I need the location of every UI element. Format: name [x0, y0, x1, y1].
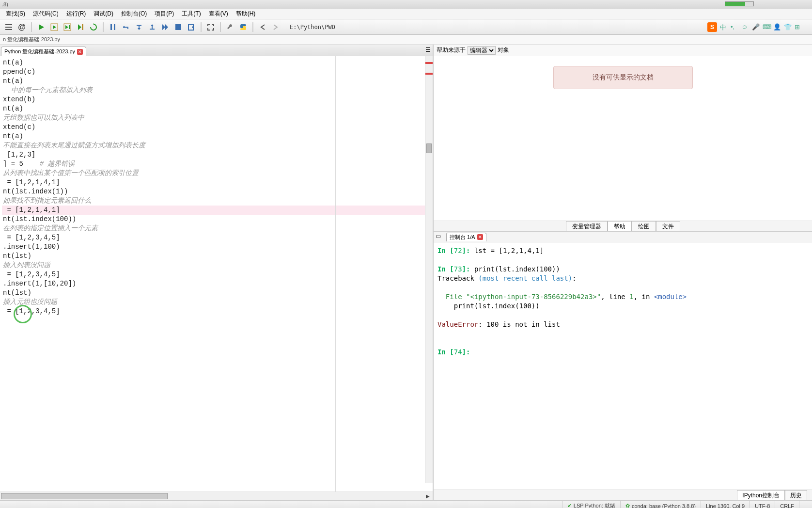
- menu-find[interactable]: 查找(S): [2, 9, 29, 19]
- menu-bar: 查找(S) 源代码(C) 运行(R) 调试(D) 控制台(O) 项目(P) 工具…: [0, 9, 812, 19]
- tab-ipython[interactable]: IPython控制台: [737, 490, 785, 500]
- run-selection-icon[interactable]: [75, 21, 86, 33]
- code-line[interactable]: .insert(1,100): [2, 242, 433, 252]
- maximize-icon[interactable]: [205, 21, 217, 33]
- tab-plots[interactable]: 绘图: [632, 221, 656, 231]
- code-line[interactable]: 如果找不到指定元素返回什么: [2, 196, 433, 206]
- code-line[interactable]: 不能直接在列表末尾通过赋值方式增加列表长度: [2, 141, 433, 150]
- debug-stop-icon[interactable]: [172, 21, 184, 33]
- status-eol: CRLF: [775, 501, 799, 508]
- scroll-right-icon[interactable]: ▶: [424, 493, 432, 499]
- debug-pause-icon[interactable]: [107, 21, 119, 33]
- tab-variables[interactable]: 变量管理器: [566, 221, 608, 231]
- rerun-icon[interactable]: [88, 21, 99, 33]
- run-cell-icon[interactable]: [48, 21, 60, 33]
- code-line[interactable]: = [1,2,3,4,5]: [2, 307, 433, 316]
- code-line[interactable]: [1,2,3]: [2, 150, 433, 159]
- code-line[interactable]: 元组数据也可以加入列表中: [2, 113, 433, 123]
- console-line: print(lst.index(100)): [437, 302, 808, 311]
- code-line[interactable]: = [1,2,1,4,1]: [2, 178, 433, 187]
- code-line[interactable]: nt(lst): [2, 288, 433, 298]
- forward-icon[interactable]: [270, 21, 281, 33]
- options-icon[interactable]: ☰: [425, 47, 431, 53]
- svg-rect-0: [5, 24, 12, 25]
- code-line[interactable]: xtend(c): [2, 123, 433, 132]
- ime-skin-icon[interactable]: 👕: [784, 23, 792, 31]
- tab-help[interactable]: 帮助: [608, 221, 632, 231]
- ime-user-icon[interactable]: 👤: [773, 23, 781, 31]
- svg-marker-16: [151, 24, 154, 26]
- debug-step-icon[interactable]: [120, 21, 132, 33]
- menu-project[interactable]: 项目(P): [151, 9, 178, 19]
- ipython-console[interactable]: In [72]: lst = [1,2,1,4,1] In [73]: prin…: [434, 242, 812, 490]
- run-icon[interactable]: [35, 21, 47, 33]
- code-line[interactable]: = [1,2,3,4,5]: [2, 233, 433, 242]
- ime-keyboard-icon[interactable]: ⌨: [763, 23, 770, 31]
- code-line[interactable]: 从列表中找出某个值第一个匹配项的索引位置: [2, 169, 433, 178]
- menu-debug[interactable]: 调试(D): [90, 9, 117, 19]
- separator: [252, 22, 253, 32]
- wrench-icon[interactable]: [224, 21, 236, 33]
- ime-lang-icon[interactable]: 中: [720, 23, 728, 31]
- menu-view[interactable]: 查看(V): [205, 9, 232, 19]
- ime-tool-icon[interactable]: ⊞: [795, 23, 802, 31]
- code-line[interactable]: nt(a): [2, 132, 433, 141]
- back-icon[interactable]: [257, 21, 268, 33]
- code-line[interactable]: nt(lst.index(100)): [2, 215, 433, 224]
- console-line: In [74]:: [437, 348, 808, 357]
- menu-console[interactable]: 控制台(O): [117, 9, 151, 19]
- vertical-scrollbar[interactable]: [425, 56, 433, 483]
- menu-tools[interactable]: 工具(T): [178, 9, 204, 19]
- code-line[interactable]: nt(a): [2, 77, 433, 86]
- code-line[interactable]: 在列表的指定位置插入一个元素: [2, 224, 433, 233]
- tab-files[interactable]: 文件: [656, 221, 680, 231]
- debug-step-out-icon[interactable]: [146, 21, 158, 33]
- code-line[interactable]: nt(lst): [2, 252, 433, 261]
- margin-line: [335, 56, 336, 492]
- collapse-icon[interactable]: ▭: [436, 233, 444, 241]
- status-encoding: UTF-8: [750, 501, 775, 508]
- svg-marker-15: [138, 28, 141, 30]
- console-tab[interactable]: 控制台 1/A ✕: [446, 233, 486, 241]
- ime-mic-icon[interactable]: 🎤: [752, 23, 760, 31]
- console-line: [437, 338, 808, 348]
- console-line: [437, 283, 808, 292]
- scroll-thumb[interactable]: [426, 143, 432, 153]
- code-line[interactable]: ] = 5 # 越界错误: [2, 159, 433, 169]
- menu-source[interactable]: 源代码(C): [29, 9, 62, 19]
- close-icon[interactable]: ✕: [77, 49, 83, 55]
- console-line: ValueError: 100 is not in list: [437, 320, 808, 329]
- help-source-dropdown[interactable]: 编辑器: [468, 46, 496, 55]
- ime-punct-icon[interactable]: •,: [731, 23, 738, 31]
- sogou-icon[interactable]: S: [707, 22, 717, 32]
- close-icon[interactable]: ✕: [477, 234, 483, 240]
- code-line[interactable]: .insert(1,[10,20]): [2, 279, 433, 288]
- python-icon[interactable]: [237, 21, 249, 33]
- code-line[interactable]: xtend(b): [2, 95, 433, 104]
- menu-help[interactable]: 帮助(H): [232, 9, 260, 19]
- tab-history[interactable]: 历史: [785, 490, 807, 500]
- scroll-thumb[interactable]: [1, 493, 168, 499]
- code-line[interactable]: 插入列表没问题: [2, 261, 433, 270]
- editor-tab[interactable]: Python 量化编程基础-2023.py ✕: [1, 47, 86, 56]
- svg-marker-3: [39, 24, 44, 30]
- code-line[interactable]: ppend(c): [2, 67, 433, 77]
- code-line[interactable]: 插入元组也没问题: [2, 298, 433, 307]
- menu-run[interactable]: 运行(R): [62, 9, 90, 19]
- code-editor[interactable]: nt(a)ppend(c)nt(a) 中的每一个元素都加入列表xtend(b)n…: [0, 56, 433, 492]
- editor-tab-bar: Python 量化编程基础-2023.py ✕ ☰: [0, 45, 433, 56]
- code-line[interactable]: nt(lst.index(1)): [2, 187, 433, 196]
- debug-exit-icon[interactable]: [186, 21, 197, 33]
- run-cell-advance-icon[interactable]: [62, 21, 73, 33]
- code-line[interactable]: nt(a): [2, 104, 433, 113]
- ime-face-icon[interactable]: ☺: [741, 23, 749, 31]
- at-icon[interactable]: @: [16, 21, 28, 33]
- debug-step-in-icon[interactable]: [133, 21, 145, 33]
- code-line[interactable]: = [1,2,1,4,1]: [2, 206, 433, 215]
- code-line[interactable]: 中的每一个元素都加入列表: [2, 86, 433, 95]
- outline-icon[interactable]: [3, 21, 15, 33]
- code-line[interactable]: = [1,2,3,4,5]: [2, 270, 433, 279]
- code-line[interactable]: nt(a): [2, 58, 433, 67]
- debug-continue-icon[interactable]: [159, 21, 171, 33]
- horizontal-scrollbar[interactable]: ▶: [0, 492, 433, 500]
